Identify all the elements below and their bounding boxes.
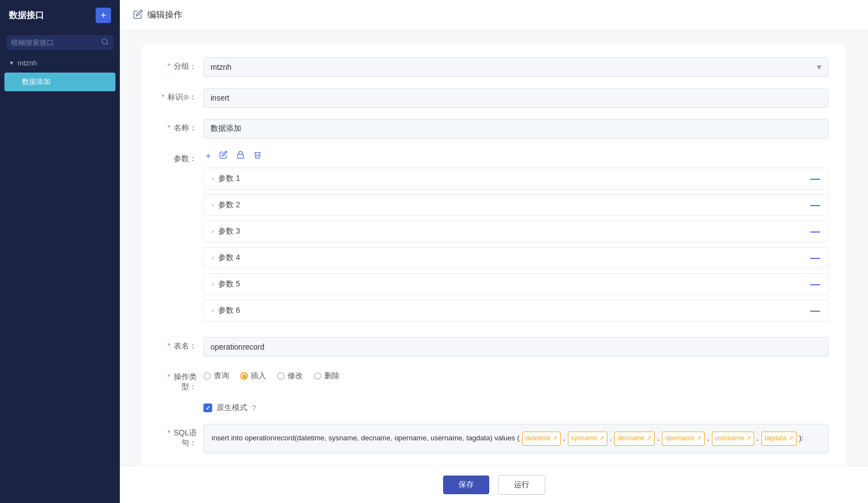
id-field bbox=[203, 88, 828, 108]
main-body: * 分组： mtznh ▼ * 标识⊙： bbox=[120, 31, 868, 466]
lock-param-button[interactable] bbox=[234, 150, 247, 162]
form-row-table: * 表名： bbox=[159, 337, 828, 357]
table-label: * 表名： bbox=[159, 337, 203, 351]
sidebar-title: 数据接口 bbox=[9, 10, 44, 21]
remove-param-3-button[interactable]: — bbox=[810, 226, 820, 236]
sql-box[interactable]: insert into operationrecord(datetime, sy… bbox=[203, 424, 828, 454]
sql-field: insert into operationrecord(datetime, sy… bbox=[203, 424, 828, 454]
delete-param-button[interactable] bbox=[251, 150, 264, 162]
sql-label: * SQL语句： bbox=[159, 424, 203, 448]
name-input[interactable] bbox=[203, 119, 828, 139]
sql-tag-opername-label: opername bbox=[665, 433, 695, 445]
form-row-sql: * SQL语句： insert into operationrecord(dat… bbox=[159, 424, 828, 454]
name-label: * 名称： bbox=[159, 119, 203, 133]
chevron-right-icon: › bbox=[212, 254, 214, 262]
id-label: * 标识⊙： bbox=[159, 88, 203, 102]
form-row-op-type: * 操作类型： 查询 插入 bbox=[159, 368, 828, 392]
add-interface-button[interactable]: + bbox=[96, 8, 111, 23]
chevron-right-icon: › bbox=[212, 175, 214, 183]
param-item[interactable]: › 参数 3 — bbox=[203, 220, 828, 242]
radio-query[interactable]: 查询 bbox=[203, 371, 229, 381]
main-header: 编辑操作 bbox=[120, 0, 868, 31]
sql-tag-sysname[interactable]: sysname ↗ bbox=[568, 432, 607, 446]
search-input-wrap bbox=[7, 35, 113, 50]
sql-tag-tagdata[interactable]: tagdata ↗ bbox=[761, 432, 797, 446]
remove-param-1-button[interactable]: — bbox=[810, 174, 820, 184]
sql-tag-username[interactable]: username ↗ bbox=[712, 432, 754, 446]
sidebar-group-mtznh: ▼ mtznh 数据添加 bbox=[0, 54, 120, 95]
save-button[interactable]: 保存 bbox=[443, 476, 489, 494]
sql-tag-edit-icon: ↗ bbox=[646, 433, 651, 444]
param-item[interactable]: › 参数 1 — bbox=[203, 168, 828, 190]
form-row-params: 参数： + bbox=[159, 150, 828, 326]
sql-tag-decname[interactable]: decname ↗ bbox=[614, 432, 654, 446]
params-toolbar: + bbox=[203, 150, 828, 162]
native-mode-row: 原生模式 ? bbox=[159, 403, 828, 413]
page-title: 编辑操作 bbox=[147, 9, 183, 21]
sql-tag-edit-icon: ↗ bbox=[696, 433, 701, 444]
help-icon[interactable]: ? bbox=[252, 403, 256, 412]
svg-line-1 bbox=[107, 43, 108, 45]
radio-update-circle bbox=[277, 372, 285, 380]
param-item[interactable]: › 参数 4 — bbox=[203, 247, 828, 269]
chevron-right-icon: › bbox=[212, 201, 214, 209]
radio-insert-label: 插入 bbox=[251, 371, 266, 381]
name-field bbox=[203, 119, 828, 139]
native-mode-label: 原生模式 bbox=[217, 403, 247, 413]
radio-query-label: 查询 bbox=[214, 371, 229, 381]
params-label: 参数： bbox=[159, 150, 203, 164]
sidebar-header: 数据接口 + bbox=[0, 0, 120, 31]
param-label: 参数 6 bbox=[218, 306, 240, 316]
search-input[interactable] bbox=[11, 38, 101, 47]
param-label: 参数 5 bbox=[218, 279, 240, 289]
radio-update[interactable]: 修改 bbox=[277, 371, 303, 381]
radio-delete-label: 删除 bbox=[324, 371, 340, 381]
radio-insert[interactable]: 插入 bbox=[240, 371, 266, 381]
id-input[interactable] bbox=[203, 88, 828, 108]
param-item[interactable]: › 参数 6 — bbox=[203, 300, 828, 322]
form-row-name: * 名称： bbox=[159, 119, 828, 139]
run-button[interactable]: 运行 bbox=[498, 475, 545, 495]
radio-delete-circle bbox=[314, 372, 322, 380]
sidebar: 数据接口 + ▼ mtznh 数据添加 bbox=[0, 0, 120, 503]
remove-param-4-button[interactable]: — bbox=[810, 253, 820, 263]
sql-tag-datetime[interactable]: datetime ↗ bbox=[522, 432, 561, 446]
param-label: 参数 4 bbox=[218, 253, 240, 263]
form-row-id: * 标识⊙： bbox=[159, 88, 828, 108]
param-item[interactable]: › 参数 5 — bbox=[203, 273, 828, 295]
op-type-radio-group: 查询 插入 修改 删除 bbox=[203, 368, 828, 381]
remove-param-2-button[interactable]: — bbox=[810, 200, 820, 210]
add-param-button[interactable]: + bbox=[203, 150, 213, 162]
sql-tag-edit-icon: ↗ bbox=[599, 433, 604, 444]
svg-point-0 bbox=[102, 39, 107, 44]
param-label: 参数 2 bbox=[218, 200, 240, 210]
radio-insert-circle bbox=[240, 372, 248, 380]
group-label: * 分组： bbox=[159, 57, 203, 71]
chevron-right-icon: › bbox=[212, 280, 214, 288]
group-select-wrap: mtznh ▼ bbox=[203, 57, 828, 77]
remove-param-6-button[interactable]: — bbox=[810, 306, 820, 316]
sql-prefix-text: insert into operationrecord(datetime, sy… bbox=[212, 434, 522, 442]
remove-param-5-button[interactable]: — bbox=[810, 279, 820, 289]
main-footer: 保存 运行 bbox=[120, 466, 868, 503]
form-row-group: * 分组： mtznh ▼ bbox=[159, 57, 828, 77]
sidebar-item-data-add[interactable]: 数据添加 bbox=[4, 73, 115, 91]
group-select[interactable]: mtznh bbox=[203, 57, 828, 77]
sql-tag-opername[interactable]: opername ↗ bbox=[662, 432, 705, 446]
edit-param-button[interactable] bbox=[217, 150, 230, 162]
edit-icon bbox=[133, 9, 143, 21]
sidebar-group-label[interactable]: ▼ mtznh bbox=[0, 54, 120, 71]
table-field bbox=[203, 337, 828, 357]
radio-delete[interactable]: 删除 bbox=[314, 371, 340, 381]
sidebar-search-area bbox=[0, 31, 120, 54]
sql-tag-username-label: username bbox=[715, 433, 744, 445]
sql-tag-edit-icon: ↗ bbox=[788, 433, 793, 444]
sql-tag-tagdata-label: tagdata bbox=[765, 433, 787, 445]
group-arrow-icon: ▼ bbox=[9, 60, 14, 66]
table-input[interactable] bbox=[203, 337, 828, 357]
native-mode-checkbox[interactable] bbox=[203, 403, 212, 412]
op-type-label: * 操作类型： bbox=[159, 368, 203, 392]
param-item[interactable]: › 参数 2 — bbox=[203, 194, 828, 216]
sql-tag-decname-label: decname bbox=[617, 433, 644, 445]
main-panel: 编辑操作 * 分组： mtznh ▼ bbox=[120, 0, 868, 503]
